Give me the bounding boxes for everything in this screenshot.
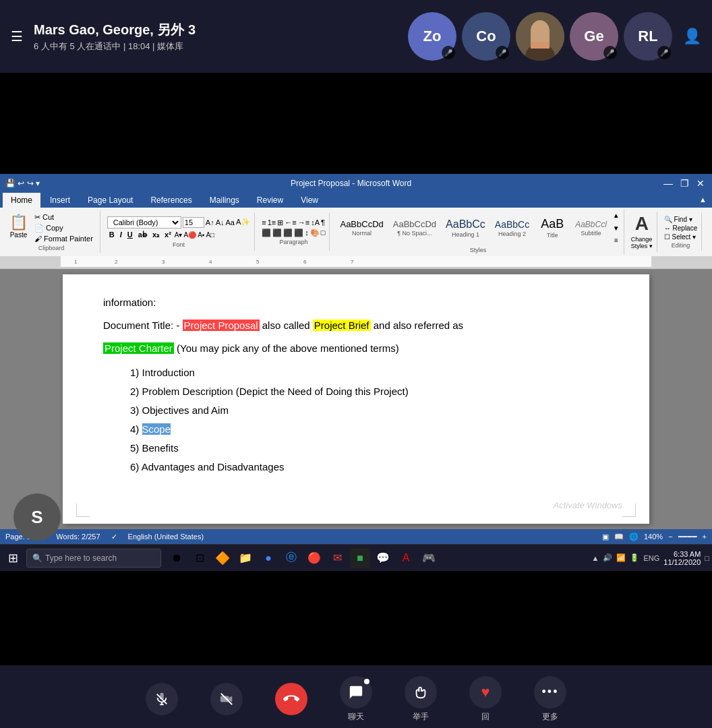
tab-references[interactable]: References: [142, 193, 200, 208]
clear-format-button[interactable]: Aa: [226, 218, 235, 226]
style-heading2[interactable]: AaBbCc Heading 2: [492, 217, 533, 239]
tab-home[interactable]: Home: [3, 193, 40, 208]
strikethrough-button[interactable]: ab̶: [136, 230, 149, 240]
view-web-icon[interactable]: 🌐: [629, 533, 639, 541]
copy-button[interactable]: 📄 Copy: [32, 223, 96, 233]
taskbar-search[interactable]: 🔍 Type here to search: [26, 549, 161, 568]
style-subtitle[interactable]: AaBbCcl Subtitle: [572, 218, 610, 239]
green-icon[interactable]: ■: [350, 548, 370, 568]
decrease-indent-button[interactable]: ←≡: [285, 218, 296, 227]
speaker-icon[interactable]: 🔊: [603, 553, 612, 562]
replace-button[interactable]: ↔ Replace: [664, 224, 697, 232]
align-left-button[interactable]: ⬛: [262, 229, 271, 237]
task-view-button[interactable]: ⏺: [167, 548, 187, 568]
system-time[interactable]: 6:33 AM 11/12/2020: [663, 550, 701, 566]
camera-button[interactable]: [210, 683, 243, 715]
find-button[interactable]: 🔍 Find ▾: [664, 216, 697, 223]
select-button[interactable]: ☐ Select ▾: [664, 233, 697, 241]
superscript-button[interactable]: x²: [162, 230, 173, 239]
char-border-button[interactable]: A□: [206, 231, 214, 239]
edge-icon[interactable]: 🔶: [212, 548, 233, 568]
numbered-list-button[interactable]: 1≡: [268, 218, 276, 227]
zoom-slider[interactable]: ━━━━: [678, 533, 697, 541]
bold-button[interactable]: B: [107, 230, 117, 239]
gmail-icon[interactable]: ✉: [327, 548, 347, 568]
hidden-icons-button[interactable]: ▲: [592, 554, 599, 562]
network-icon[interactable]: 📶: [616, 553, 626, 562]
chrome-icon[interactable]: ●: [258, 548, 278, 568]
style-no-spacing[interactable]: AaBbCcDd ¶ No Spaci...: [390, 217, 440, 239]
underline-button[interactable]: U: [125, 230, 135, 239]
style-normal[interactable]: AaBbCcDd Normal: [336, 217, 386, 239]
align-right-button[interactable]: ⬛: [283, 229, 293, 237]
desktop-button[interactable]: ⊡: [189, 548, 210, 568]
menu-icon[interactable]: ☰: [11, 28, 23, 44]
participant-zo[interactable]: Zo 🎤: [408, 12, 456, 61]
line-spacing-button[interactable]: ↕: [305, 229, 309, 237]
show-formatting-button[interactable]: ¶: [321, 218, 325, 227]
more-button[interactable]: ••• 更多: [534, 676, 566, 723]
text-effects-button[interactable]: A✨: [236, 218, 250, 226]
change-styles-A[interactable]: A: [635, 213, 649, 235]
battery-icon[interactable]: 🔋: [630, 553, 639, 562]
increase-indent-button[interactable]: →≡: [298, 218, 309, 227]
tab-view[interactable]: View: [293, 193, 326, 208]
grow-font-button[interactable]: A↑: [206, 218, 214, 226]
start-button[interactable]: ⊞: [3, 548, 24, 568]
ie-icon[interactable]: ⓔ: [281, 548, 301, 568]
zoom-in-button[interactable]: +: [703, 533, 707, 541]
mute-button[interactable]: [146, 683, 178, 715]
styles-scroll[interactable]: ▲ ▼ ≡: [613, 210, 620, 245]
participant-video[interactable]: [516, 12, 564, 61]
bullet-list-button[interactable]: ≡: [262, 218, 266, 227]
font-selector[interactable]: Calibri (Body): [107, 216, 181, 229]
cut-button[interactable]: ✂ Cut: [32, 212, 96, 222]
adobe-icon[interactable]: A: [396, 548, 416, 568]
tab-insert[interactable]: Insert: [42, 193, 78, 208]
style-title[interactable]: AaB Title: [535, 215, 569, 241]
hangup-button[interactable]: [275, 683, 307, 715]
style-heading1[interactable]: AaBbCc Heading 1: [442, 216, 489, 240]
language-indicator[interactable]: English (United States): [128, 533, 204, 541]
participant-co[interactable]: Co 🎤: [462, 12, 510, 61]
formatting-row: B I U ab̶ x₂ x² A▾ A🔴 A▪ A□: [107, 230, 251, 240]
subscript-button[interactable]: x₂: [150, 230, 161, 240]
zoom-out-button[interactable]: −: [668, 533, 672, 541]
shading-button[interactable]: 🎨: [310, 229, 320, 237]
file-explorer-icon[interactable]: 📁: [235, 548, 256, 568]
notification-icon[interactable]: □: [705, 554, 709, 562]
char-shading-button[interactable]: A▪: [198, 231, 204, 239]
raise-hand-button[interactable]: 举手: [405, 676, 437, 723]
borders-button[interactable]: □: [321, 229, 326, 237]
minimize-button[interactable]: —: [662, 178, 674, 189]
participant-ge[interactable]: Ge 🎤: [570, 12, 618, 61]
xbox-icon[interactable]: 🎮: [419, 548, 439, 568]
tab-page-layout[interactable]: Page Layout: [80, 193, 141, 208]
format-painter-button[interactable]: 🖌 Format Painter: [32, 234, 96, 243]
justify-button[interactable]: ⬛: [294, 229, 303, 237]
shrink-font-button[interactable]: A↓: [216, 218, 225, 226]
close-button[interactable]: ✕: [694, 178, 707, 189]
skype-icon[interactable]: 💬: [373, 548, 393, 568]
add-person-icon[interactable]: 👤: [683, 28, 701, 45]
font-size-input[interactable]: [183, 217, 204, 228]
italic-button[interactable]: I: [118, 230, 124, 239]
tab-mailings[interactable]: Mailings: [202, 193, 247, 208]
ribbon-content: 📋 Paste ✂ Cut 📄 Copy 🖌 Format Painter Cl…: [0, 208, 712, 256]
multilevel-list-button[interactable]: ⊞: [277, 218, 283, 227]
paste-button[interactable]: 📋 Paste: [7, 212, 30, 243]
firefox-icon[interactable]: 🔴: [304, 548, 324, 568]
sort-button[interactable]: ↕A: [311, 218, 320, 227]
tab-review[interactable]: Review: [249, 193, 291, 208]
chat-button[interactable]: 聊天: [340, 676, 372, 723]
text-highlight-button[interactable]: A▾: [175, 231, 183, 239]
view-normal-icon[interactable]: ▣: [602, 533, 609, 541]
change-styles-button[interactable]: ChangeStyles ▾: [631, 236, 653, 249]
ribbon-collapse[interactable]: ▲: [696, 193, 709, 208]
restore-button[interactable]: ❐: [678, 178, 690, 189]
align-center-button[interactable]: ⬛: [272, 229, 282, 237]
react-button[interactable]: ♥ 回: [469, 676, 502, 723]
view-reading-icon[interactable]: 📖: [614, 533, 624, 541]
font-color-button[interactable]: A🔴: [183, 231, 196, 239]
participant-rl[interactable]: RL 🎤: [624, 12, 672, 61]
